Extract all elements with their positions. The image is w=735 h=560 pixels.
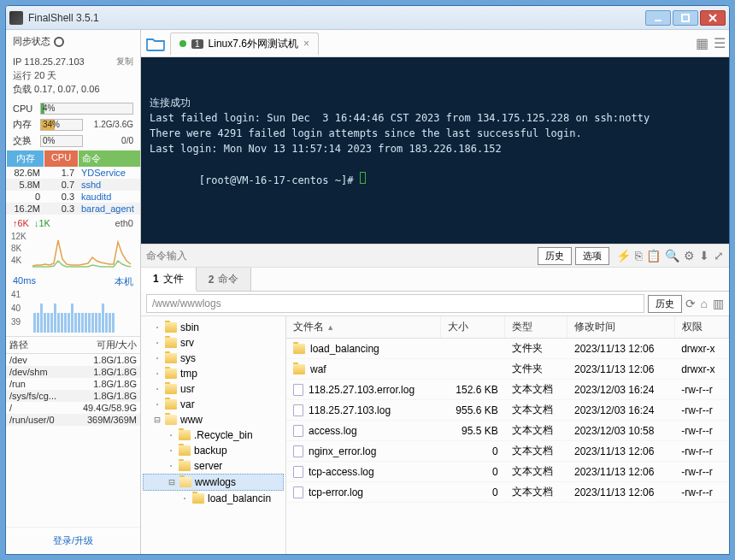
col-path[interactable]: 路径 [9,339,69,351]
terminal-prompt: [root@VM-16-17-centos ~]# [199,174,360,186]
fs-row[interactable]: /49.4G/58.9G [6,402,140,414]
file-row[interactable]: 118.25.27.103.error.log152.6 KB文本文档2023/… [286,380,729,400]
process-row[interactable]: 16.2M0.3barad_agent [6,203,140,215]
process-row[interactable]: 82.6M1.7YDService [6,167,140,179]
expand-icon[interactable]: ⤢ [714,249,724,262]
bottom-tabs: 1文件 2命令 [141,268,729,292]
folder-icon [165,368,177,379]
tab-files[interactable]: 1文件 [141,268,197,292]
path-input[interactable] [146,294,644,313]
col-filetype[interactable]: 类型 [505,316,567,339]
tab-close-icon[interactable]: × [303,38,309,50]
folder-icon [293,364,305,374]
tree-item[interactable]: ·.Recycle_bin [143,427,284,443]
search-icon[interactable]: 🔍 [665,249,679,262]
layout-icon[interactable]: ▥ [713,297,724,310]
folder-icon [165,384,177,394]
tree-item[interactable]: ·backup [143,443,284,458]
copy-icon[interactable]: ⎘ [635,249,642,262]
tree-item[interactable]: ·usr [143,381,284,397]
history-button[interactable]: 历史 [538,247,572,265]
app-icon [9,11,23,25]
col-filename[interactable]: 文件名 ▲ [286,316,441,339]
file-row[interactable]: waf文件夹2023/11/13 12:06drwxr-x [286,359,729,380]
process-table: 内存 CPU 命令 82.6M1.7YDService5.8M0.7sshd00… [6,150,140,215]
tree-item[interactable]: ·load_balancin [143,491,284,506]
mem-metric: 内存 34% 1.2G/3.6G [6,116,140,133]
file-row[interactable]: nginx_error.log0文本文档2023/11/13 12:06-rw-… [286,441,729,462]
net-up: ↑6K [13,218,29,228]
tree-item[interactable]: ·sbin [143,320,284,335]
document-icon [293,384,303,396]
fs-row[interactable]: /sys/fs/cg...1.8G/1.8G [6,390,140,402]
terminal[interactable]: 连接成功Last failed login: Sun Dec 3 16:44:4… [141,57,729,244]
tree-item[interactable]: ·tmp [143,366,284,381]
tree-item[interactable]: ·srv [143,335,284,351]
file-browser: ·sbin·srv·sys·tmp·usr·var⊟www·.Recycle_b… [141,315,729,554]
titlebar[interactable]: FinalShell 3.5.1 [6,6,729,30]
open-folder-icon[interactable] [144,34,167,53]
file-row[interactable]: tcp-access.log0文本文档2023/11/13 12:06-rw-r… [286,462,729,482]
tree-item[interactable]: ⊟www [143,412,284,427]
refresh-icon[interactable]: ⟳ [685,297,696,310]
net-iface: eth0 [115,218,133,228]
col-cpu[interactable]: CPU [44,150,78,167]
col-size[interactable]: 可用/大小 [69,339,137,351]
gear-icon[interactable]: ⚙ [684,249,695,262]
path-history-button[interactable]: 历史 [648,295,682,313]
tree-item[interactable]: ·server [143,458,284,474]
folder-tree[interactable]: ·sbin·srv·sys·tmp·usr·var⊟www·.Recycle_b… [141,316,286,554]
fs-row[interactable]: /dev/shm1.8G/1.8G [6,366,140,378]
latency-chart: 41 40 39 [9,290,137,333]
paste-icon[interactable]: 📋 [646,249,661,262]
home-icon[interactable]: ⌂ [701,297,708,310]
app-window: FinalShell 3.5.1 同步状态 IP 118.25.27.103 复… [5,5,730,555]
folder-icon [192,493,204,504]
minimize-button[interactable] [645,10,671,26]
folder-icon [165,399,177,410]
folder-icon [179,461,191,471]
fs-row[interactable]: /run/user/0369M/369M [6,414,140,426]
copy-ip-button[interactable]: 复制 [116,55,133,68]
process-row[interactable]: 00.3kauditd [6,191,140,203]
latency-value: 40ms [13,275,36,288]
maximize-button[interactable] [673,10,698,26]
folder-icon [179,445,191,456]
col-perm[interactable]: 权限 [674,316,728,339]
login-link[interactable]: 登录/升级 [6,527,140,554]
file-row[interactable]: tcp-error.log0文本文档2023/11/13 12:06-rw-r-… [286,482,729,503]
sync-icon [54,37,64,47]
bolt-icon[interactable]: ⚡ [616,249,631,262]
terminal-line: There were 4291 failed login attempts si… [150,126,720,141]
fs-row[interactable]: /dev1.8G/1.8G [6,354,140,366]
col-mem[interactable]: 内存 [6,150,44,167]
file-row[interactable]: 118.25.27.103.log955.6 KB文本文档2023/12/03 … [286,400,729,421]
command-input[interactable] [146,250,534,262]
close-button[interactable] [700,10,726,26]
grid-view-icon[interactable]: ▦ [696,35,709,51]
latency-link[interactable]: 本机 [115,275,133,288]
tree-item[interactable]: ·sys [143,351,284,366]
sync-status[interactable]: 同步状态 [6,30,140,53]
folder-icon [165,338,177,348]
net-stats: ↑6K ↓1K eth0 [6,215,140,232]
download-icon[interactable]: ⬇ [699,249,709,262]
file-list[interactable]: 文件名 ▲ 大小 类型 修改时间 权限 load_balancing文件夹202… [286,316,729,554]
process-row[interactable]: 5.8M0.7sshd [6,179,140,191]
file-row[interactable]: access.log95.5 KB文本文档2023/12/03 10:58-rw… [286,421,729,441]
fs-row[interactable]: /run1.8G/1.8G [6,378,140,390]
col-mtime[interactable]: 修改时间 [567,316,674,339]
col-cmd[interactable]: 命令 [78,150,140,167]
session-tab[interactable]: 1 Linux7.6外网测试机 × [170,32,319,55]
options-button[interactable]: 选项 [575,247,609,265]
tree-item[interactable]: ·var [143,397,284,412]
folder-icon [165,353,177,363]
session-tabbar: 1 Linux7.6外网测试机 × ▦ ☰ [141,30,729,57]
document-icon [293,466,303,478]
tab-commands[interactable]: 2命令 [197,268,252,291]
list-view-icon[interactable]: ☰ [714,35,726,51]
col-filesize[interactable]: 大小 [441,316,505,339]
tree-item[interactable]: ⊟wwwlogs [143,474,284,491]
net-chart: 12K 8K 4K [9,232,137,270]
file-row[interactable]: load_balancing文件夹2023/11/13 12:06drwxr-x [286,339,729,359]
